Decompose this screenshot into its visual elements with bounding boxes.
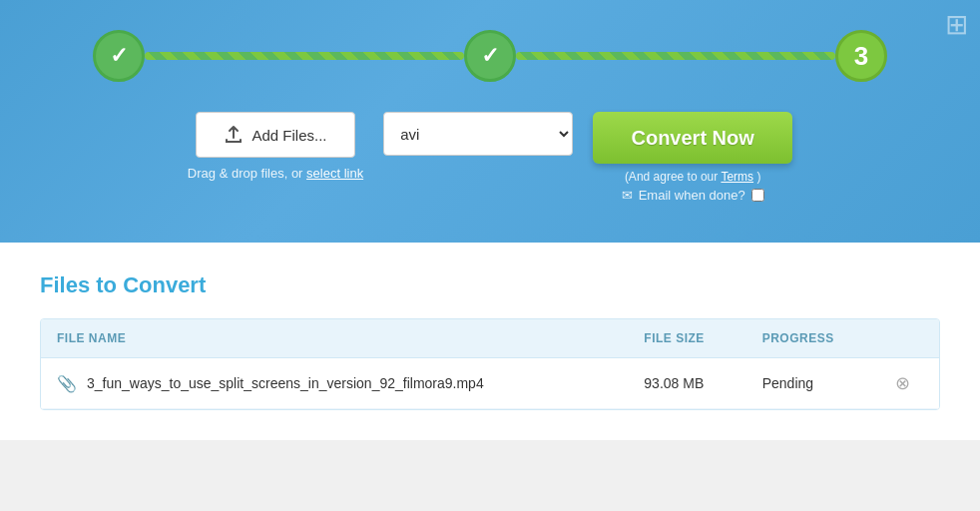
add-files-button[interactable]: Add Files... <box>196 112 355 158</box>
col-header-progress: PROGRESS <box>746 319 879 358</box>
select-link[interactable]: select link <box>306 166 363 181</box>
file-size-text: 93.08 MB <box>644 375 704 391</box>
corner-icon: ⊞ <box>945 8 968 41</box>
files-title-prefix: Files to <box>40 272 123 297</box>
col-header-file-name: FILE NAME <box>41 319 628 358</box>
email-checkbox[interactable] <box>751 189 764 202</box>
envelope-icon: ✉ <box>622 188 633 203</box>
table-row: 📎 3_fun_ways_to_use_split_screens_in_ver… <box>41 358 939 409</box>
email-row: ✉ Email when done? <box>622 188 764 203</box>
step-2-checkmark: ✓ <box>481 43 499 69</box>
step-3-number: 3 <box>854 41 868 72</box>
top-section: ⊞ ✓ ✓ 3 Add Files... Drag & drop files <box>0 0 980 243</box>
bottom-section: Files to Convert FILE NAME FILE SIZE PRO… <box>0 243 980 440</box>
step-line-2 <box>516 52 835 60</box>
step-1-circle: ✓ <box>93 30 145 82</box>
action-row: Add Files... Drag & drop files, or selec… <box>60 112 920 203</box>
files-table-header: FILE NAME FILE SIZE PROGRESS <box>41 319 939 358</box>
remove-file-button[interactable]: ⊗ <box>895 372 910 394</box>
steps-row: ✓ ✓ 3 <box>60 30 920 82</box>
convert-now-button[interactable]: Convert Now <box>593 112 792 164</box>
progress-text: Pending <box>762 375 813 391</box>
add-files-column: Add Files... Drag & drop files, or selec… <box>188 112 363 181</box>
paperclip-icon: 📎 <box>57 374 77 393</box>
progress-cell: Pending <box>746 358 879 409</box>
upload-icon <box>224 125 244 145</box>
header-row: FILE NAME FILE SIZE PROGRESS <box>41 319 939 358</box>
col-header-file-size: FILE SIZE <box>628 319 745 358</box>
files-table-container: FILE NAME FILE SIZE PROGRESS 📎 3_fun_way… <box>40 318 940 410</box>
format-select[interactable]: avi mp4 mkv mov wmv flv webm <box>383 112 573 156</box>
add-files-label: Add Files... <box>251 127 326 144</box>
file-name-text: 3_fun_ways_to_use_split_screens_in_versi… <box>87 375 484 391</box>
agree-text: (And agree to our Terms ) <box>625 170 761 184</box>
col-header-actions <box>879 319 939 358</box>
terms-link[interactable]: Terms <box>721 170 753 184</box>
file-name-cell: 📎 3_fun_ways_to_use_split_screens_in_ver… <box>41 358 628 409</box>
step-3-circle: 3 <box>835 30 887 82</box>
file-size-cell: 93.08 MB <box>628 358 745 409</box>
files-table-body: 📎 3_fun_ways_to_use_split_screens_in_ver… <box>41 358 939 409</box>
email-label: Email when done? <box>639 188 745 203</box>
step-2-circle: ✓ <box>464 30 516 82</box>
files-table: FILE NAME FILE SIZE PROGRESS 📎 3_fun_way… <box>41 319 939 409</box>
convert-column: Convert Now (And agree to our Terms ) ✉ … <box>593 112 792 203</box>
step-1-checkmark: ✓ <box>110 43 128 69</box>
files-title-colored: Convert <box>123 272 206 297</box>
action-cell: ⊗ <box>879 358 939 409</box>
convert-now-label: Convert Now <box>631 127 753 149</box>
step-line-1 <box>145 52 464 60</box>
files-title: Files to Convert <box>40 272 940 298</box>
remove-icon: ⊗ <box>895 372 910 394</box>
drag-drop-text: Drag & drop files, or select link <box>188 166 363 181</box>
